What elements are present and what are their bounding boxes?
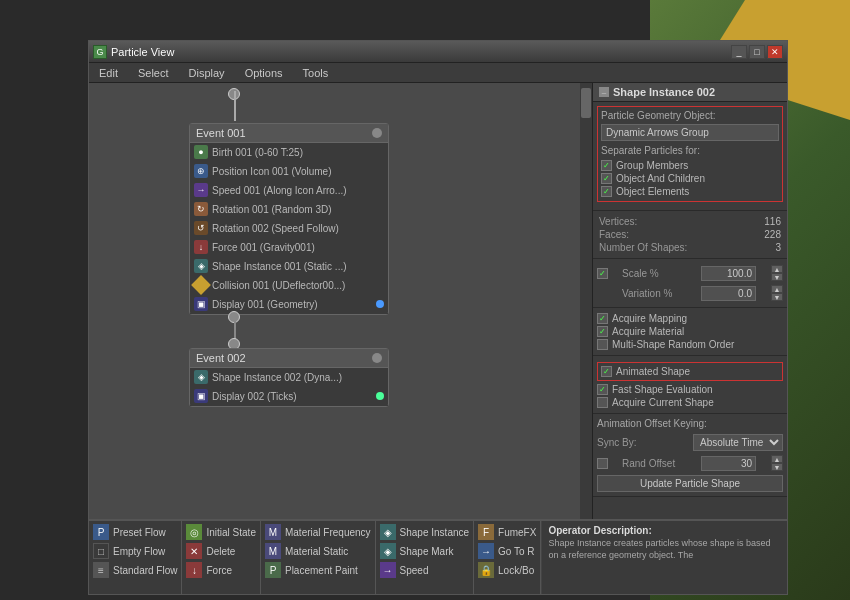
animated-shape-section: Animated Shape Fast Shape Evaluation Acq… [593, 356, 787, 414]
cb-object-elements[interactable] [601, 186, 612, 197]
particle-view-window: G Particle View _ □ ✕ Edit Select Displa… [88, 40, 788, 595]
shape-mark-icon: ◈ [380, 543, 396, 559]
event-001-row-force[interactable]: ↓ Force 001 (Gravity001) [190, 238, 388, 257]
bottom-item-standard-flow[interactable]: ≡ Standard Flow [91, 561, 179, 579]
cb-group-members[interactable] [601, 160, 612, 171]
sync-by-select[interactable]: Absolute Time [693, 434, 783, 451]
menu-select[interactable]: Select [132, 66, 175, 80]
speed-label: Speed 001 (Along Icon Arro...) [212, 185, 347, 196]
speed-bottom-icon: → [380, 562, 396, 578]
event-001-row-rotation1[interactable]: ↻ Rotation 001 (Random 3D) [190, 200, 388, 219]
event-001-row-shape[interactable]: ◈ Shape Instance 001 (Static ...) [190, 257, 388, 276]
preset-flow-label: Preset Flow [113, 527, 166, 538]
scrollbar-thumb[interactable] [581, 88, 591, 118]
graph-scrollbar[interactable] [580, 83, 592, 519]
node-graph[interactable]: Event 001 ● Birth 001 (0-60 T:25) ⊕ Posi… [89, 83, 592, 519]
variation-label: Variation % [622, 288, 687, 299]
event-001-row-birth[interactable]: ● Birth 001 (0-60 T:25) [190, 143, 388, 162]
bottom-bar: P Preset Flow □ Empty Flow ≡ Standard Fl… [89, 519, 787, 594]
menu-edit[interactable]: Edit [93, 66, 124, 80]
shape-mark-label: Shape Mark [400, 546, 454, 557]
cb-animated-shape[interactable] [601, 366, 612, 377]
scale-input[interactable] [701, 266, 756, 281]
menu-display[interactable]: Display [183, 66, 231, 80]
particle-geometry-outlined: Particle Geometry Object: Dynamic Arrows… [597, 106, 783, 202]
cb-scale[interactable] [597, 268, 608, 279]
bottom-item-lock[interactable]: 🔒 Lock/Bo [476, 561, 538, 579]
sync-by-label: Sync By: [597, 437, 636, 448]
maximize-button[interactable]: □ [749, 45, 765, 59]
bottom-item-delete[interactable]: ✕ Delete [184, 542, 257, 560]
cb-acquire-material[interactable] [597, 326, 608, 337]
bottom-description: Operator Description: Shape Instance cre… [541, 521, 787, 594]
menu-tools[interactable]: Tools [297, 66, 335, 80]
cb-acquire-current-label: Acquire Current Shape [612, 397, 714, 408]
scale-down-btn[interactable]: ▼ [771, 273, 783, 281]
event-001-row-rotation2[interactable]: ↺ Rotation 002 (Speed Follow) [190, 219, 388, 238]
bottom-item-preset-flow[interactable]: P Preset Flow [91, 523, 179, 541]
event-001-row-speed[interactable]: → Speed 001 (Along Icon Arro...) [190, 181, 388, 200]
separate-particles-label: Separate Particles for: [601, 145, 779, 156]
cb-acquire-mapping[interactable] [597, 313, 608, 324]
event-001-row-position[interactable]: ⊕ Position Icon 001 (Volume) [190, 162, 388, 181]
event-002-settings-icon[interactable] [372, 353, 382, 363]
variation-down-btn[interactable]: ▼ [771, 293, 783, 301]
rand-offset-input[interactable] [701, 456, 756, 471]
event-001-settings-icon[interactable] [372, 128, 382, 138]
bottom-col-2: ◎ Initial State ✕ Delete ↓ Force [182, 521, 260, 594]
cb-rand-offset[interactable] [597, 458, 608, 469]
event-002-row-shape[interactable]: ◈ Shape Instance 002 (Dyna...) [190, 368, 388, 387]
bottom-item-goto[interactable]: → Go To R [476, 542, 538, 560]
menu-options[interactable]: Options [239, 66, 289, 80]
bottom-item-initial-state[interactable]: ◎ Initial State [184, 523, 257, 541]
goto-icon: → [478, 543, 494, 559]
event-001-row-collision[interactable]: Collision 001 (UDeflector00...) [190, 276, 388, 295]
minimize-button[interactable]: _ [731, 45, 747, 59]
bottom-item-mat-static[interactable]: M Material Static [263, 542, 373, 560]
variation-spinner-btns: ▲ ▼ [771, 285, 783, 301]
bottom-item-placement[interactable]: P Placement Paint [263, 561, 373, 579]
bottom-item-shape-mark[interactable]: ◈ Shape Mark [378, 542, 472, 560]
rand-offset-spinner-btns: ▲ ▼ [771, 455, 783, 471]
faces-value: 228 [764, 229, 781, 240]
bottom-item-empty-flow[interactable]: □ Empty Flow [91, 542, 179, 560]
update-particle-shape-btn[interactable]: Update Particle Shape [597, 475, 783, 492]
cb-acquire-current[interactable] [597, 397, 608, 408]
shape-inst-bottom-icon: ◈ [380, 524, 396, 540]
panel-title: Shape Instance 002 [613, 86, 715, 98]
vertices-value: 116 [764, 216, 781, 227]
cb-multi-shape[interactable] [597, 339, 608, 350]
fumefx-icon: F [478, 524, 494, 540]
lock-label: Lock/Bo [498, 565, 534, 576]
event-002-box: Event 002 ◈ Shape Instance 002 (Dyna...)… [189, 348, 389, 407]
close-button[interactable]: ✕ [767, 45, 783, 59]
bottom-item-fumefx[interactable]: F FumeFX [476, 523, 538, 541]
event-002-row-display[interactable]: ▣ Display 002 (Ticks) [190, 387, 388, 406]
force-icon: ↓ [194, 240, 208, 254]
particle-geometry-btn[interactable]: Dynamic Arrows Group [601, 124, 779, 141]
standard-flow-label: Standard Flow [113, 565, 177, 576]
rand-offset-up-btn[interactable]: ▲ [771, 455, 783, 463]
cb-fast-shape[interactable] [597, 384, 608, 395]
variation-input[interactable] [701, 286, 756, 301]
preset-flow-icon: P [93, 524, 109, 540]
bottom-item-shape-inst[interactable]: ◈ Shape Instance [378, 523, 472, 541]
variation-up-btn[interactable]: ▲ [771, 285, 783, 293]
display-label: Display 001 (Geometry) [212, 299, 318, 310]
bottom-item-mat-freq[interactable]: M Material Frequency [263, 523, 373, 541]
cb-object-children[interactable] [601, 173, 612, 184]
rand-offset-down-btn[interactable]: ▼ [771, 463, 783, 471]
force-label: Force 001 (Gravity001) [212, 242, 315, 253]
checkbox-acquire-material: Acquire Material [597, 325, 783, 338]
cb-animated-shape-label: Animated Shape [616, 366, 690, 377]
event-001-row-display[interactable]: ▣ Display 001 (Geometry) [190, 295, 388, 314]
panel-collapse-btn[interactable]: – [599, 87, 609, 97]
bottom-item-speed[interactable]: → Speed [378, 561, 472, 579]
sync-by-row: Sync By: Absolute Time [597, 432, 783, 453]
event-001-header: Event 001 [190, 124, 388, 143]
scale-spinner-btns: ▲ ▼ [771, 265, 783, 281]
scale-up-btn[interactable]: ▲ [771, 265, 783, 273]
animation-offset-section: Animation Offset Keying: Sync By: Absolu… [593, 414, 787, 497]
speed-icon: → [194, 183, 208, 197]
bottom-item-force[interactable]: ↓ Force [184, 561, 257, 579]
